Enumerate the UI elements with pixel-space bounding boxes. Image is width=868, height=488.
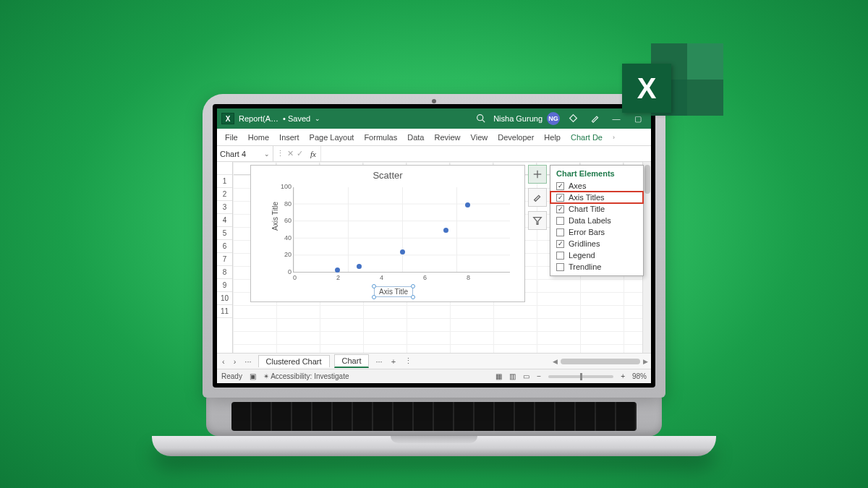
checkbox[interactable] [556, 252, 564, 260]
scatter-point[interactable] [400, 249, 405, 254]
chart-element-option[interactable]: Data Labels [550, 215, 643, 226]
chart-element-option[interactable]: ✓Chart Title [550, 203, 643, 215]
row-header[interactable]: 2 [217, 188, 232, 201]
row-header[interactable]: 9 [217, 279, 232, 292]
fx-icon[interactable]: fx [306, 150, 320, 158]
sheet-tab[interactable]: Chart [334, 354, 370, 368]
row-header[interactable]: 5 [217, 227, 232, 240]
selection-handle[interactable] [411, 284, 415, 288]
flyout-header: Chart Elements [550, 166, 643, 180]
chart-element-option[interactable]: ✓Axes [550, 180, 643, 192]
scroll-right-icon[interactable]: ▶ [643, 358, 648, 365]
chart-x-axis-title-text: Axis Title [379, 288, 408, 296]
checkbox[interactable]: ✓ [556, 194, 564, 202]
tab-data[interactable]: Data [402, 133, 429, 142]
zoom-slider[interactable] [548, 375, 613, 378]
worksheet-grid[interactable]: 1 2 3 4 5 6 7 8 9 10 11 D [217, 162, 651, 353]
row-header[interactable]: 4 [217, 214, 232, 227]
checkbox[interactable] [556, 263, 564, 271]
macro-record-icon[interactable]: ▣ [250, 372, 256, 380]
chart-elements-button[interactable] [528, 165, 547, 184]
sheet-options-icon[interactable]: ⋮ [402, 356, 414, 366]
chevron-down-icon[interactable]: ⌄ [264, 150, 270, 158]
tab-chart-design[interactable]: Chart De [566, 133, 608, 142]
chart-element-option[interactable]: ✓Axis Titles [550, 192, 643, 203]
dropdown-caret-icon[interactable]: ⌄ [315, 115, 320, 122]
tab-formulas[interactable]: Formulas [359, 133, 402, 142]
tab-review[interactable]: Review [429, 133, 465, 142]
chart-styles-button[interactable] [528, 188, 547, 207]
scrollbar-thumb[interactable] [561, 359, 640, 364]
tab-insert[interactable]: Insert [274, 133, 305, 142]
chart-element-option[interactable]: ✓Gridlines [550, 238, 643, 249]
formula-input[interactable] [320, 146, 651, 161]
row-header[interactable]: 7 [217, 253, 232, 266]
y-tick: 80 [278, 200, 292, 218]
checkbox[interactable]: ✓ [556, 240, 564, 248]
tab-developer[interactable]: Developer [493, 133, 539, 142]
excel-logo-overlay: X [622, 43, 723, 130]
zoom-in-button[interactable]: + [621, 372, 625, 380]
row-header[interactable]: 11 [217, 305, 232, 318]
checkbox[interactable]: ✓ [556, 182, 564, 190]
scatter-point[interactable] [357, 264, 362, 269]
keyboard-keys [231, 402, 637, 431]
embedded-chart[interactable]: Scatter Axis Title 100 80 60 40 20 0 [250, 165, 525, 302]
checkbox[interactable] [556, 217, 564, 225]
cancel-icon[interactable]: ✕ [287, 149, 294, 158]
scatter-point[interactable] [465, 202, 470, 207]
accessibility-status[interactable]: ✴ Accessibility: Investigate [263, 372, 349, 380]
tab-page-layout[interactable]: Page Layout [305, 133, 359, 142]
cell-area[interactable]: D E F G H I J K L Sca [233, 162, 651, 353]
sheet-nav-more[interactable]: ··· [373, 357, 384, 366]
view-normal-icon[interactable]: ▦ [495, 372, 502, 380]
zoom-out-button[interactable]: − [537, 372, 541, 380]
save-state[interactable]: • Saved [283, 114, 310, 123]
row-header[interactable]: 1 [217, 175, 232, 188]
row-header[interactable]: 10 [217, 292, 232, 305]
horizontal-scrollbar[interactable]: ◀ ▶ [419, 358, 648, 365]
tab-help[interactable]: Help [539, 133, 566, 142]
brush-icon[interactable] [586, 114, 603, 124]
tab-file[interactable]: File [220, 133, 243, 142]
sheet-nav-more[interactable]: ··· [242, 357, 253, 366]
zoom-level[interactable]: 98% [632, 372, 647, 380]
chart-element-option[interactable]: Trendline [550, 261, 643, 273]
diamond-icon[interactable] [564, 114, 582, 124]
checkbox[interactable]: ✓ [556, 205, 564, 213]
checkbox[interactable] [556, 228, 564, 236]
confirm-icon[interactable]: ✓ [294, 149, 306, 158]
chart-element-option[interactable]: Error Bars [550, 226, 643, 238]
selection-handle[interactable] [411, 295, 415, 299]
row-header[interactable]: 3 [217, 201, 232, 214]
scatter-point[interactable] [335, 267, 340, 273]
tab-home[interactable]: Home [243, 133, 274, 142]
sheet-nav-prev[interactable]: ‹ [220, 357, 227, 366]
name-box[interactable]: Chart 4 ⌄ [217, 146, 273, 161]
y-tick: 60 [278, 217, 292, 234]
chart-filter-button[interactable] [528, 211, 547, 230]
user-avatar[interactable]: NG [547, 112, 560, 125]
row-header[interactable]: 6 [217, 240, 232, 253]
user-name[interactable]: Nisha Gurung [493, 114, 542, 123]
row-header[interactable]: 8 [217, 266, 232, 279]
chart-plot-area[interactable] [293, 187, 510, 273]
tab-view[interactable]: View [466, 133, 493, 142]
selection-handle[interactable] [372, 295, 376, 299]
chart-quick-buttons [528, 165, 548, 230]
chart-element-option[interactable]: Legend [550, 249, 643, 261]
scroll-left-icon[interactable]: ◀ [553, 358, 558, 365]
sheet-nav-next[interactable]: › [231, 357, 239, 366]
chart-title[interactable]: Scatter [251, 166, 524, 182]
selection-handle[interactable] [372, 284, 376, 288]
scatter-point[interactable] [443, 228, 448, 233]
sheet-tab[interactable]: Clustered Chart [258, 355, 330, 367]
ribbon-overflow-icon[interactable]: › [608, 134, 620, 141]
view-page-layout-icon[interactable]: ▥ [509, 372, 516, 380]
scrollbar-thumb[interactable] [644, 165, 650, 194]
view-page-break-icon[interactable]: ▭ [523, 372, 529, 380]
search-icon[interactable] [472, 114, 489, 124]
new-sheet-button[interactable]: + [389, 357, 398, 366]
chart-x-axis-title[interactable]: Axis Title [374, 286, 413, 297]
chart-element-label: Error Bars [569, 228, 605, 236]
